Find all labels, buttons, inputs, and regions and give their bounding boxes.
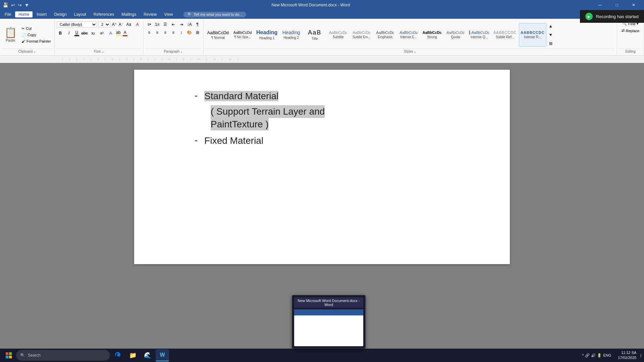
text-highlight-button[interactable]: ab <box>116 30 121 37</box>
font-label[interactable]: Font ⌄ <box>57 49 141 53</box>
taskbar-search[interactable]: 🔍 Search <box>16 350 110 361</box>
format-painter-button[interactable]: 🖌 Format Painter <box>20 39 52 44</box>
clipboard-label[interactable]: Clipboard ⌄ <box>2 49 52 53</box>
window-title: New Microsoft Word Document.docx - Word <box>29 3 592 7</box>
doc-text-paint[interactable]: PaintTexture ) <box>211 118 269 131</box>
style-subtle-ref[interactable]: AaBbCcDc Subtle Ref... <box>492 23 518 47</box>
cut-button[interactable]: ✂ Cut <box>20 26 52 32</box>
style-preview-subtitle: AaBbCcDc <box>329 31 347 35</box>
tell-me-input[interactable]: 🔍 Tell me what you want to do... <box>183 12 246 17</box>
replace-button[interactable]: ⇄ Replace <box>620 28 641 34</box>
style-quote[interactable]: AaBbCcDc Quote <box>444 23 467 47</box>
paragraph-group: ≡• 1≡ ☰ ⇤ ⇥ ↕A ¶ ≡ ≡ ≡ ≡ ↕ 🎨 ⊞ Paragraph… <box>144 20 204 54</box>
subscript-button[interactable]: x₂ <box>90 29 97 37</box>
style-emphasis[interactable]: AaBbCcDc Emphasis <box>374 23 396 47</box>
preview-thumbnail[interactable]: Home - Standard Material Support Terrain… <box>294 309 363 346</box>
style-preview-subtle-ref: AaBbCcDc <box>493 31 517 35</box>
style-intense-ref[interactable]: AaBbCcDc Intense R... <box>519 23 546 47</box>
clear-formatting-button[interactable]: A <box>134 21 141 28</box>
redo-icon[interactable]: ↪ <box>18 2 22 8</box>
menu-layout[interactable]: Layout <box>71 11 90 17</box>
copy-button[interactable]: 📄 Copy <box>20 32 52 38</box>
menu-insert[interactable]: Insert <box>33 11 50 17</box>
shading-button[interactable]: 🎨 <box>186 29 193 36</box>
font-name-select[interactable]: Calibri (Body) <box>57 21 97 27</box>
show-desktop-button[interactable]: | <box>640 354 641 357</box>
line-spacing-button[interactable]: ↕ <box>178 29 185 36</box>
editing-label[interactable]: Editing <box>619 49 642 53</box>
styles-label[interactable]: Styles ⌄ <box>206 49 615 53</box>
menu-home[interactable]: Home <box>15 11 33 17</box>
bold-button[interactable]: B <box>57 29 64 37</box>
para-row-2: ≡ ≡ ≡ ≡ ↕ 🎨 ⊞ <box>146 29 201 36</box>
taskbar-word-icon[interactable]: W <box>156 349 169 361</box>
network-icon[interactable]: 🔗 <box>585 353 590 358</box>
style-subtitle[interactable]: AaBbCcDc Subtitle <box>327 23 350 47</box>
align-left-button[interactable]: ≡ <box>146 29 153 36</box>
doc-text-standard-material[interactable]: Standard Material <box>204 91 278 101</box>
style-no-spacing[interactable]: AaBbCcDd ¶ No Spa... <box>231 23 254 47</box>
doc-text-fixed-material[interactable]: Fixed Material <box>204 134 263 147</box>
battery-icon[interactable]: 🔋 <box>597 353 602 358</box>
save-icon[interactable]: 💾 <box>3 2 8 8</box>
undo-icon[interactable]: ↩ <box>11 2 15 8</box>
underline-button[interactable]: U <box>74 30 79 37</box>
paste-button[interactable]: 📋 Paste <box>2 23 19 47</box>
maximize-button[interactable]: □ <box>609 0 625 10</box>
taskbar-edge-icon[interactable] <box>111 349 125 361</box>
taskbar-folder-icon[interactable]: 📁 <box>126 349 140 361</box>
minimize-button[interactable]: — <box>592 0 608 10</box>
bullets-button[interactable]: ≡• <box>146 21 153 28</box>
menu-design[interactable]: Design <box>51 11 70 17</box>
style-title[interactable]: AaB Title <box>303 23 326 47</box>
style-strong[interactable]: AaBbCcDc Strong <box>421 23 443 47</box>
font-row-2: B I U abc x₂ x² A ab A <box>57 29 128 37</box>
justify-button[interactable]: ≡ <box>170 29 177 36</box>
align-right-button[interactable]: ≡ <box>162 29 169 36</box>
chevron-icon[interactable]: ^ <box>582 353 584 357</box>
style-intense-em[interactable]: AaBbCcDc Intense E... <box>397 23 420 47</box>
font-color-button[interactable]: A <box>122 30 128 37</box>
multilevel-button[interactable]: ☰ <box>162 21 169 28</box>
superscript-button[interactable]: x² <box>98 29 106 37</box>
increase-font-button[interactable]: A⁺ <box>112 22 117 27</box>
start-button[interactable] <box>3 349 15 361</box>
close-button[interactable]: ✕ <box>626 0 641 10</box>
strikethrough-button[interactable]: abc <box>81 29 88 37</box>
menu-mailings[interactable]: Mailings <box>118 11 140 17</box>
paragraph-label[interactable]: Paragraph ⌄ <box>146 49 201 53</box>
system-clock[interactable]: 11:12 SA 17/02/2025 <box>615 350 639 361</box>
volume-icon[interactable]: 🔊 <box>591 353 596 358</box>
menu-review[interactable]: Review <box>140 11 160 17</box>
show-para-button[interactable]: ¶ <box>194 21 201 28</box>
menu-file[interactable]: File <box>1 11 14 17</box>
italic-button[interactable]: I <box>65 29 73 37</box>
styles-down-button[interactable]: ▼ <box>547 31 554 39</box>
style-label-quote: Quote <box>451 35 460 39</box>
style-heading2[interactable]: Heading Heading 2 <box>280 23 303 47</box>
text-effects-button[interactable]: A <box>107 29 114 37</box>
taskbar-terrain-icon[interactable]: 🌊 <box>141 349 154 361</box>
style-intense-q[interactable]: AaBbCcDc Intense Q... <box>468 23 491 47</box>
align-center-button[interactable]: ≡ <box>154 29 161 36</box>
increase-indent-button[interactable]: ⇥ <box>178 21 185 28</box>
doc-text-support[interactable]: ( Support Terrain Layer and <box>211 105 325 118</box>
numbering-button[interactable]: 1≡ <box>154 21 161 28</box>
styles-more-button[interactable]: ⊞ <box>547 40 554 47</box>
decrease-font-button[interactable]: A⁻ <box>118 22 124 27</box>
change-case-button[interactable]: Aa <box>125 21 132 28</box>
customize-icon[interactable]: ▼ <box>24 2 29 8</box>
decrease-indent-button[interactable]: ⇤ <box>170 21 177 28</box>
style-heading1[interactable]: Heading Heading 1 <box>255 23 279 47</box>
menu-view[interactable]: View <box>161 11 176 17</box>
sort-button[interactable]: ↕A <box>186 21 193 28</box>
font-size-select[interactable]: 28 <box>98 21 110 27</box>
style-preview-heading1: Heading <box>256 29 277 36</box>
style-normal[interactable]: AaBbCcDd ¶ Normal <box>206 23 230 47</box>
lang-indicator[interactable]: ENG <box>603 353 611 357</box>
menu-references[interactable]: References <box>90 11 117 17</box>
style-subtle-em[interactable]: AaBbCcDc Subtle Em... <box>350 23 373 47</box>
styles-up-button[interactable]: ▲ <box>547 22 554 30</box>
document-page[interactable]: - Standard Material ( Support Terrain La… <box>134 70 510 264</box>
borders-button[interactable]: ⊞ <box>194 29 201 36</box>
